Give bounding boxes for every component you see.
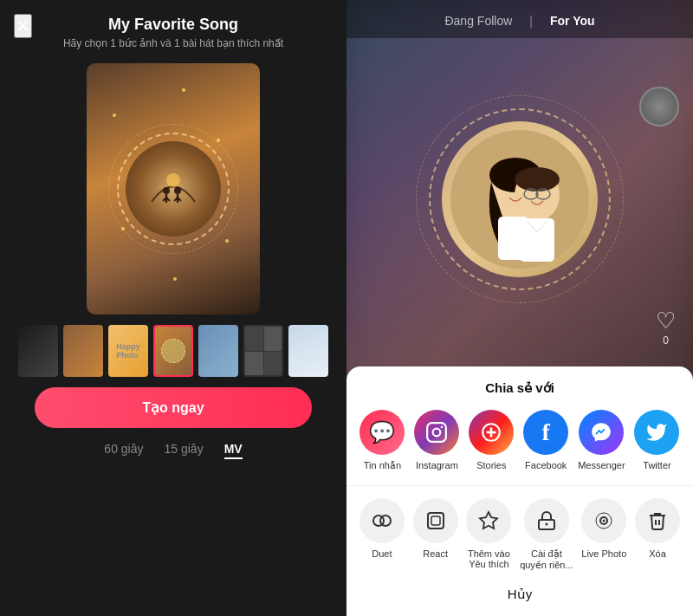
duration-tabs: 60 giây 15 giây MV [104, 442, 242, 459]
thumbnail-item[interactable] [243, 325, 283, 377]
instagram-icon [414, 410, 459, 455]
delete-icon [635, 498, 680, 543]
twitter-icon [634, 410, 679, 455]
share-sheet: Chia sẻ với 💬 Tin nhắn Instagram [346, 366, 693, 616]
share-react[interactable]: React [413, 498, 458, 571]
share-title: Chia sẻ với [346, 380, 693, 396]
left-panel: ✕ My Favorite Song Hãy chọn 1 bức ảnh và… [0, 0, 346, 616]
video-background: ♡ 0 [346, 0, 693, 399]
svg-point-31 [545, 523, 547, 526]
share-facebook[interactable]: f Facebook [523, 410, 568, 471]
addwish-icon [466, 498, 511, 543]
share-addwish[interactable]: Thêm vào Yêu thích [466, 498, 511, 571]
livephoto-icon [581, 498, 626, 543]
left-header: My Favorite Song Hãy chọn 1 bức ảnh và 1… [29, 0, 318, 56]
right-header: Đang Follow | For You [346, 0, 693, 38]
thumbnail-item[interactable] [63, 325, 103, 377]
duet-label: Duet [372, 548, 392, 559]
svg-point-20 [433, 429, 441, 437]
instagram-label: Instagram [416, 460, 458, 470]
duration-tab-mv[interactable]: MV [224, 442, 243, 459]
svg-point-0 [163, 187, 170, 194]
facebook-label: Facebook [525, 460, 567, 470]
song-subtitle: Hãy chọn 1 bức ảnh và 1 bài hát bạn thíc… [63, 37, 283, 49]
facebook-icon: f [523, 410, 568, 455]
create-button[interactable]: Tạo ngay [35, 387, 312, 428]
sparkle [182, 88, 185, 92]
thumbnail-item[interactable] [288, 325, 328, 377]
share-settings[interactable]: Cài đặt quyền riên... [520, 498, 573, 571]
cancel-button[interactable]: Hủy [346, 574, 693, 616]
inner-couple-ring [429, 108, 611, 290]
tinnhan-label: Tin nhắn [364, 460, 401, 471]
twitter-label: Twitter [643, 460, 670, 470]
main-preview [87, 63, 260, 314]
following-tab[interactable]: Đang Follow [444, 14, 512, 28]
sparkle [217, 139, 220, 142]
sparkle [225, 239, 229, 243]
svg-point-8 [166, 173, 180, 187]
svg-rect-19 [428, 423, 447, 442]
react-icon [413, 498, 458, 543]
tinnhan-icon: 💬 [359, 410, 405, 455]
header-divider: | [529, 14, 533, 28]
delete-label: Xóa [649, 548, 666, 559]
preview-circle [126, 141, 221, 237]
share-tinnhan[interactable]: 💬 Tin nhắn [359, 410, 405, 471]
settings-label: Cài đặt quyền riên... [520, 548, 573, 571]
share-messenger[interactable]: Messenger [578, 410, 625, 471]
addwish-label: Thêm vào Yêu thích [468, 548, 510, 569]
share-twitter[interactable]: Twitter [634, 410, 679, 471]
silhouette-icon [147, 163, 199, 215]
duration-tab-15[interactable]: 15 giây [165, 442, 204, 459]
svg-marker-29 [480, 512, 497, 528]
share-stories[interactable]: Stories [469, 410, 514, 471]
share-livephoto[interactable]: Live Photo [581, 498, 626, 571]
share-row-social: 💬 Tin nhắn Instagram [346, 410, 693, 486]
thumbnail-item-selected[interactable] [153, 325, 193, 377]
thumbnail-item[interactable] [198, 325, 238, 377]
svg-point-26 [380, 515, 391, 526]
messenger-label: Messenger [578, 460, 625, 470]
sparkle [113, 113, 116, 117]
messenger-icon [579, 410, 624, 455]
song-title: My Favorite Song [63, 16, 283, 34]
share-delete[interactable]: Xóa [635, 498, 680, 571]
svg-point-21 [441, 426, 444, 429]
for-you-tab[interactable]: For You [550, 14, 595, 28]
close-button[interactable]: ✕ [14, 14, 32, 38]
svg-rect-27 [428, 513, 444, 528]
share-instagram[interactable]: Instagram [414, 410, 459, 471]
duration-tab-60[interactable]: 60 giây [104, 442, 143, 459]
avatar [639, 87, 679, 126]
right-panel: Đang Follow | For You [346, 0, 693, 616]
settings-icon [524, 498, 569, 543]
stories-label: Stories [476, 460, 506, 470]
thumbnail-item[interactable] [18, 325, 58, 377]
stories-icon [469, 410, 514, 455]
thumbnail-item[interactable]: HappyPhoto [108, 325, 148, 377]
thumbnail-strip: HappyPhoto [10, 325, 337, 377]
share-row-actions: Duet React Thêm vào Yêu thích [346, 486, 693, 574]
share-duet[interactable]: Duet [359, 498, 405, 571]
like-button[interactable]: ♡ 0 [656, 308, 676, 347]
sparkle [173, 277, 177, 281]
react-label: React [423, 548, 448, 559]
svg-point-34 [603, 520, 606, 522]
duet-icon [359, 498, 405, 543]
sparkle [121, 227, 125, 230]
heart-icon: ♡ [656, 308, 676, 334]
livephoto-label: Live Photo [581, 548, 626, 559]
svg-point-4 [174, 187, 181, 194]
like-count: 0 [663, 334, 669, 347]
svg-rect-28 [431, 516, 440, 525]
